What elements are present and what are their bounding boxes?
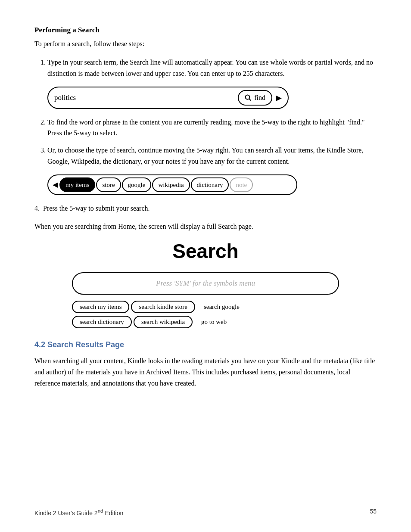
step-2-text: To find the word or phrase in the conten… (47, 118, 365, 137)
section-title: Performing a Search (34, 26, 377, 34)
step-3-text: Or, to choose the type of search, contin… (47, 146, 363, 165)
svg-point-0 (246, 95, 250, 99)
nav-tab-dictionary[interactable]: dictionary (191, 177, 229, 192)
intro-text: To perform a search, follow these steps: (34, 39, 377, 49)
arrow-left-icon: ◀ (53, 179, 58, 190)
search-buttons-row-1: search my items search kindle store sear… (72, 301, 339, 313)
sym-box: Press 'SYM' for the symbols menu (72, 272, 339, 295)
search-icon (245, 94, 252, 101)
section-42-title: 4.2 Search Results Page (34, 340, 377, 349)
find-button-demo: find (238, 90, 272, 106)
search-input-demo: politics (54, 92, 146, 103)
step-1: Type in your search term, the Search lin… (47, 57, 377, 109)
nav-tab-wikipedia[interactable]: wikipedia (152, 177, 190, 192)
nav-tab-google[interactable]: google (122, 177, 152, 192)
search-buttons-row-2: search dictionary search wikipedia go to… (72, 316, 339, 328)
go-to-web-text: go to web (194, 317, 234, 327)
search-wikipedia-button[interactable]: search wikipedia (134, 316, 193, 328)
nav-tab-my-items[interactable]: my items (59, 177, 95, 192)
footer-left: Kindle 2 User's Guide 2nd Edition (34, 508, 123, 516)
step-2: To find the word or phrase in the conten… (47, 117, 377, 139)
step-4-text: 4. Press the 5-way to submit your search… (34, 203, 377, 214)
nav-tabs-demo: ◀ my items store google wikipedia dictio… (47, 174, 297, 195)
step-3: Or, to choose the type of search, contin… (47, 145, 377, 195)
nav-tab-note[interactable]: note (230, 177, 253, 192)
search-page-area: Press 'SYM' for the symbols menu search … (68, 272, 343, 328)
section-42-body: When searching all your content, Kindle … (34, 355, 377, 389)
step-1-text: Type in your search term, the Search lin… (47, 59, 373, 77)
sym-text: Press 'SYM' for the symbols menu (81, 279, 330, 288)
find-label: find (254, 92, 265, 103)
search-dictionary-button[interactable]: search dictionary (72, 316, 132, 328)
arrow-right-icon: ▶ (276, 92, 282, 104)
footer-right: 55 (370, 508, 377, 516)
section-42: 4.2 Search Results Page When searching a… (34, 340, 377, 389)
steps-list: Type in your search term, the Search lin… (47, 57, 377, 195)
search-page-title: Search (34, 240, 377, 263)
footer: Kindle 2 User's Guide 2nd Edition 55 (34, 508, 377, 516)
search-bar-demo: politics find ▶ (47, 87, 289, 109)
search-kindle-store-button[interactable]: search kindle store (131, 301, 195, 313)
home-search-note: When you are searching from Home, the sc… (34, 221, 377, 232)
search-my-items-button[interactable]: search my items (72, 301, 129, 313)
search-google-text: search google (197, 302, 246, 312)
nav-tab-store[interactable]: store (96, 177, 121, 192)
svg-line-1 (249, 99, 251, 100)
